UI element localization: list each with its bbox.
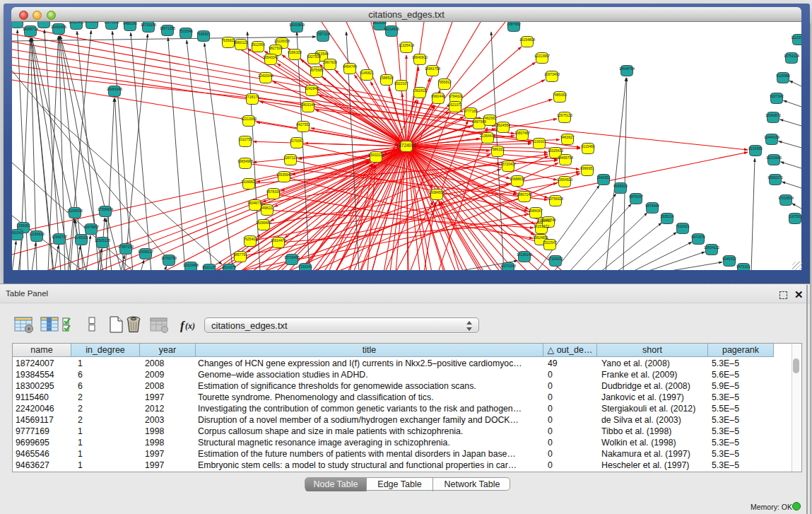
svg-text:8660123: 8660123 xyxy=(234,40,248,45)
svg-text:2867608: 2867608 xyxy=(323,60,337,64)
svg-text:16046736: 16046736 xyxy=(247,201,263,205)
svg-text:15751024: 15751024 xyxy=(784,54,799,58)
svg-text:14136141: 14136141 xyxy=(517,252,532,257)
svg-text:2935114: 2935114 xyxy=(660,214,673,218)
svg-text:16719155: 16719155 xyxy=(141,23,156,27)
svg-text:10271343: 10271343 xyxy=(500,264,516,268)
svg-text:18671355: 18671355 xyxy=(160,26,175,30)
svg-text:4170061: 4170061 xyxy=(290,139,304,143)
svg-text:9115460: 9115460 xyxy=(581,144,594,148)
svg-text:7986322: 7986322 xyxy=(490,147,505,151)
svg-text:20091406: 20091406 xyxy=(51,25,66,29)
svg-text:9146821: 9146821 xyxy=(360,71,374,75)
svg-text:12975115: 12975115 xyxy=(557,113,572,117)
svg-text:16033809: 16033809 xyxy=(289,23,305,27)
svg-text:16543342: 16543342 xyxy=(263,55,278,59)
svg-text:9827500: 9827500 xyxy=(269,46,283,50)
svg-text:8186328: 8186328 xyxy=(288,50,302,54)
svg-text:9245652: 9245652 xyxy=(722,257,736,261)
svg-text:7357224: 7357224 xyxy=(316,32,330,36)
svg-text:19654983: 19654983 xyxy=(237,159,253,163)
svg-text:10807487: 10807487 xyxy=(514,131,530,135)
svg-text:6996951: 6996951 xyxy=(580,166,594,170)
svg-text:18915405: 18915405 xyxy=(69,22,84,24)
svg-text:19166827: 19166827 xyxy=(241,180,257,184)
svg-text:6794024: 6794024 xyxy=(449,94,463,98)
svg-text:11325419: 11325419 xyxy=(399,43,414,47)
svg-text:8215955: 8215955 xyxy=(748,146,763,151)
svg-text:20206536: 20206536 xyxy=(67,209,83,213)
svg-text:10958117: 10958117 xyxy=(138,250,153,254)
svg-text:1010755: 1010755 xyxy=(238,137,252,141)
svg-text:15276602: 15276602 xyxy=(104,22,119,24)
svg-text:10653287: 10653287 xyxy=(84,22,100,23)
svg-text:19384554: 19384554 xyxy=(429,190,445,194)
svg-text:23226058: 23226058 xyxy=(274,39,290,43)
svg-text:12213967: 12213967 xyxy=(534,54,550,58)
svg-text:20053346: 20053346 xyxy=(107,87,122,91)
svg-text:6466160: 6466160 xyxy=(123,22,137,25)
svg-text:16210643: 16210643 xyxy=(766,156,782,160)
svg-text:10973493: 10973493 xyxy=(544,72,560,76)
svg-text:8938923: 8938923 xyxy=(613,184,628,188)
svg-text:15716485: 15716485 xyxy=(284,255,300,259)
svg-text:9129966: 9129966 xyxy=(776,74,790,78)
svg-text:19524851: 19524851 xyxy=(533,235,548,240)
svg-text:17016504: 17016504 xyxy=(778,196,794,200)
svg-text:12505135: 12505135 xyxy=(95,238,110,243)
svg-text:18724007: 18724007 xyxy=(396,143,417,148)
svg-text:12942737: 12942737 xyxy=(52,235,67,239)
svg-text:16961758: 16961758 xyxy=(425,66,440,71)
svg-text:1335051: 1335051 xyxy=(16,223,30,228)
svg-text:11120746: 11120746 xyxy=(541,218,556,222)
svg-text:16151372: 16151372 xyxy=(534,224,549,228)
svg-text:1640951: 1640951 xyxy=(596,175,611,180)
svg-text:8454749: 8454749 xyxy=(343,64,357,69)
svg-text:2718176: 2718176 xyxy=(245,95,259,99)
svg-text:17334261: 17334261 xyxy=(548,257,563,261)
svg-text:14055714: 14055714 xyxy=(23,27,38,31)
svg-text:16099489: 16099489 xyxy=(256,221,271,225)
svg-text:16914479: 16914479 xyxy=(271,238,286,243)
svg-text:3675685: 3675685 xyxy=(310,68,324,72)
svg-text:8990448: 8990448 xyxy=(431,94,445,98)
svg-text:11156829: 11156829 xyxy=(29,232,45,236)
svg-text:17359934: 17359934 xyxy=(98,207,113,211)
svg-text:7462662: 7462662 xyxy=(483,116,497,120)
svg-text:10025433: 10025433 xyxy=(548,148,563,153)
svg-text:8322037: 8322037 xyxy=(394,81,408,86)
svg-text:18495758: 18495758 xyxy=(558,156,573,160)
svg-text:10975867: 10975867 xyxy=(83,225,99,229)
svg-text:16648764: 16648764 xyxy=(619,66,635,71)
svg-text:9463627: 9463627 xyxy=(560,135,575,139)
svg-text:3624554: 3624554 xyxy=(496,123,510,127)
svg-text:9620137: 9620137 xyxy=(202,265,216,269)
svg-text:22420046: 22420046 xyxy=(258,74,273,78)
svg-text:19756928: 19756928 xyxy=(548,197,563,201)
svg-text:(x): (x) xyxy=(185,321,195,331)
svg-text:7632621: 7632621 xyxy=(676,224,690,228)
svg-text:3498222: 3498222 xyxy=(260,206,274,210)
svg-text:2803144: 2803144 xyxy=(301,103,315,107)
svg-text:3267110: 3267110 xyxy=(283,156,297,160)
svg-text:9473321: 9473321 xyxy=(736,264,751,269)
svg-text:7133525: 7133525 xyxy=(12,22,24,23)
svg-text:7635821: 7635821 xyxy=(196,32,211,36)
svg-text:16154808: 16154808 xyxy=(519,37,535,42)
svg-text:7635822: 7635822 xyxy=(221,38,235,42)
svg-text:391541: 391541 xyxy=(12,230,23,235)
svg-text:8471676: 8471676 xyxy=(691,235,705,239)
svg-text:8514375: 8514375 xyxy=(222,265,236,269)
svg-text:9227342: 9227342 xyxy=(770,94,784,98)
svg-text:8578334: 8578334 xyxy=(266,189,281,194)
svg-text:7625402: 7625402 xyxy=(243,237,257,241)
svg-text:7955812: 7955812 xyxy=(437,80,452,84)
svg-text:13654923: 13654923 xyxy=(557,177,572,182)
svg-text:9474444: 9474444 xyxy=(645,204,659,208)
svg-text:9777169: 9777169 xyxy=(464,109,478,113)
svg-text:12323468: 12323468 xyxy=(183,263,199,267)
svg-text:7515546: 7515546 xyxy=(179,29,193,33)
svg-text:6879197: 6879197 xyxy=(629,194,643,199)
svg-text:8813054: 8813054 xyxy=(372,22,387,25)
svg-text:3912954: 3912954 xyxy=(251,42,265,47)
